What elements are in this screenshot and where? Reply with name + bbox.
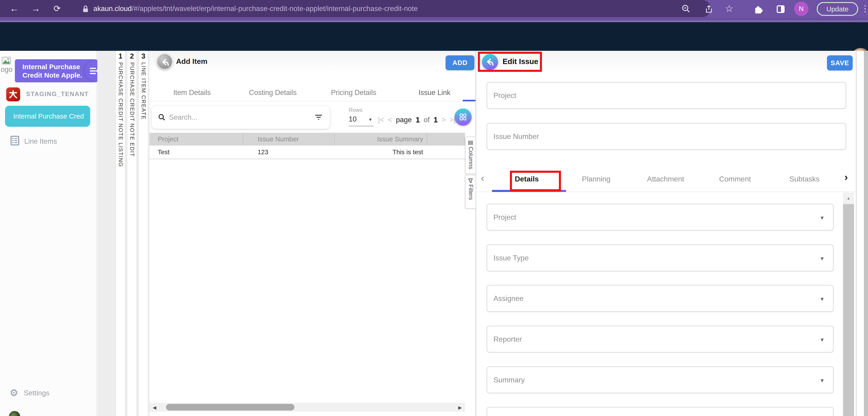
browser-profile-avatar[interactable]: N: [794, 2, 808, 16]
tab-costing-details[interactable]: Costing Details: [232, 84, 313, 101]
project-input[interactable]: [487, 83, 845, 108]
rows-per-page-select[interactable]: 10: [349, 115, 356, 123]
url-path: /#/applets/tnt/wavelet/erp/internal-purc…: [132, 5, 417, 12]
next-page-button[interactable]: >: [442, 116, 446, 124]
collapsed-panel-2[interactable]: 2 PURCHASE CREDIT NOTE EDIT: [127, 51, 137, 416]
dropdown-project[interactable]: ▼: [487, 204, 834, 231]
tab-comment[interactable]: Comment: [701, 166, 770, 192]
tabs-divider: [150, 101, 475, 101]
collapsed-panel-3[interactable]: 3 LINE ITEM CREATE: [138, 51, 148, 416]
edit-issue-tabs: Details Planning Attachment Comment Subt…: [492, 166, 839, 192]
search-icon: [158, 114, 166, 121]
applet-logo-alt-text: ogo: [1, 65, 12, 74]
cell-project: Test: [150, 146, 243, 159]
first-page-button[interactable]: |<: [378, 116, 384, 124]
horizontal-scrollbar[interactable]: ◀ ▶: [150, 403, 465, 412]
window-scrollbar[interactable]: [864, 51, 868, 416]
rows-caret-icon[interactable]: ▼: [368, 117, 373, 122]
tab-planning[interactable]: Planning: [561, 166, 631, 192]
side-panel-icon[interactable]: [776, 5, 785, 14]
project-field[interactable]: [487, 82, 846, 109]
pagination: |< < page 1 of 1 > >|: [378, 116, 456, 124]
form-scrollbar-thumb[interactable]: [843, 204, 854, 416]
tabs-scroll-left-icon[interactable]: ‹: [481, 172, 484, 184]
prev-page-button[interactable]: <: [388, 116, 392, 124]
chrome-bottom-strip: [0, 18, 868, 22]
dropdown-project-input[interactable]: [487, 204, 833, 230]
add-button[interactable]: ADD: [445, 55, 474, 70]
share-icon[interactable]: [704, 4, 714, 14]
panel-label: LINE ITEM CREATE: [141, 62, 147, 120]
tab-issue-link[interactable]: Issue Link: [394, 84, 475, 101]
filters-tab-label: Filters: [468, 185, 474, 200]
scrollbar-thumb[interactable]: [166, 404, 294, 411]
collapsed-panel-1[interactable]: 1 PURCHASE CREDIT NOTE LISTING: [116, 51, 125, 416]
list-icon: [10, 136, 19, 146]
column-separator: [243, 133, 243, 146]
search-input[interactable]: [169, 113, 314, 122]
table-header: Project Issue Number Issue Summary: [150, 133, 465, 146]
browser-forward-button[interactable]: →: [31, 0, 40, 17]
tab-details[interactable]: Details: [492, 166, 561, 192]
dropdown-reporter[interactable]: ▼: [487, 326, 834, 353]
cell-spacer: [427, 146, 465, 159]
browser-back-button[interactable]: ←: [10, 0, 19, 17]
dropdown-assignee[interactable]: ▼: [487, 285, 834, 312]
edit-issue-back-button[interactable]: [482, 54, 498, 70]
dropdown-summary-input[interactable]: [487, 367, 833, 393]
grid-view-button[interactable]: [455, 108, 472, 126]
cell-issue-number: 123: [243, 146, 335, 159]
column-header-issue-summary[interactable]: Issue Summary: [335, 133, 427, 146]
dropdown-issue-type[interactable]: ▼: [487, 245, 834, 271]
lock-icon[interactable]: [82, 5, 89, 13]
tab-item-details[interactable]: Item Details: [152, 84, 232, 101]
issue-number-input[interactable]: [487, 124, 845, 149]
column-header-spacer: [427, 133, 465, 146]
column-header-issue-number[interactable]: Issue Number: [243, 133, 335, 146]
filter-icon[interactable]: [314, 114, 323, 121]
back-button[interactable]: [157, 54, 173, 70]
scroll-right-icon[interactable]: ▶: [458, 405, 462, 410]
sidebar-item-line-items[interactable]: Line Items: [24, 137, 57, 146]
scroll-up-icon[interactable]: ▲: [843, 192, 854, 204]
save-button[interactable]: SAVE: [827, 55, 852, 70]
broken-image-icon: [2, 57, 11, 65]
panel-title: Add Item: [176, 57, 208, 66]
module-button[interactable]: Internal Purchase Cred: [5, 106, 90, 127]
dropdown-issue-type-input[interactable]: [487, 245, 833, 271]
browser-menu-icon[interactable]: ⋮: [861, 0, 868, 17]
edit-issue-title: Edit Issue: [503, 57, 538, 66]
bookmark-star-icon[interactable]: ☆: [725, 0, 734, 17]
grid-icon: [458, 112, 468, 122]
extensions-puzzle-icon[interactable]: [753, 4, 764, 14]
panel-number: 3: [139, 52, 148, 60]
issue-number-field[interactable]: [487, 123, 846, 150]
sidebar-item-settings[interactable]: Settings: [24, 389, 50, 397]
tab-subtasks[interactable]: Subtasks: [770, 166, 839, 192]
tenant-app-icon[interactable]: [6, 87, 20, 101]
total-pages-number: 1: [433, 116, 438, 124]
column-header-project[interactable]: Project: [150, 133, 243, 146]
tab-pricing-details[interactable]: Pricing Details: [313, 84, 394, 101]
column-separator: [427, 133, 427, 146]
dropdown-partial[interactable]: [487, 407, 834, 416]
active-tab-underline: [492, 190, 566, 192]
browser-update-button[interactable]: Update: [817, 2, 858, 16]
filter-funnel-icon: [468, 178, 473, 184]
tab-attachment[interactable]: Attachment: [631, 166, 700, 192]
dropdown-reporter-input[interactable]: [487, 326, 833, 352]
url-host: akaun.cloud: [93, 5, 132, 12]
dropdown-assignee-input[interactable]: [487, 286, 833, 311]
rows-select-underline: [349, 126, 374, 126]
url-bar[interactable]: akaun.cloud/#/applets/tnt/wavelet/erp/in…: [93, 0, 417, 17]
browser-reload-button[interactable]: ⟳: [54, 0, 61, 17]
dropdown-summary[interactable]: ▼: [487, 366, 834, 393]
collapsed-panels-rail: 1 PURCHASE CREDIT NOTE LISTING 2 PURCHAS…: [97, 51, 150, 416]
columns-side-tab[interactable]: Columns: [465, 137, 475, 174]
table-row[interactable]: Test 123 This is test: [150, 146, 465, 159]
zoom-out-icon[interactable]: [681, 4, 691, 14]
app-header: akaun: [0, 22, 868, 51]
scroll-left-icon[interactable]: ◀: [153, 405, 156, 410]
tabs-scroll-right-icon[interactable]: ›: [844, 171, 848, 183]
filters-side-tab[interactable]: Filters: [465, 175, 475, 209]
